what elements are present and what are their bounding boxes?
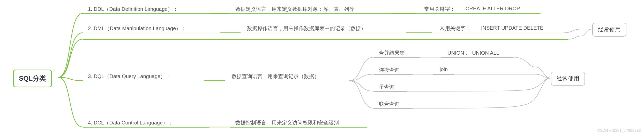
branch-dml-keywords: INSERT UPDATE DELETE xyxy=(481,25,543,31)
branch-ddl-underline xyxy=(83,13,209,14)
dql-child-sub-label: 子查询 xyxy=(379,83,394,90)
branch-ddl-keywords: CREATE ALTER DROP xyxy=(466,6,520,12)
dql-badge-text: 经常使用 xyxy=(557,75,579,82)
branch-dcl-label: 4. DCL（Data Control Language）： xyxy=(88,119,173,126)
branch-dql-desc-underline xyxy=(225,81,349,81)
branch-dml-label: 2. DML（Data Manipulation Language）： xyxy=(88,25,186,32)
dql-child-combine-label: 联合查询 xyxy=(379,100,400,107)
connectors xyxy=(0,0,644,134)
dql-child-union-ul xyxy=(374,57,420,58)
branch-ddl-kw-underline xyxy=(416,13,541,14)
dml-badge[interactable]: 经常使用 xyxy=(592,23,626,37)
branch-dql-underline xyxy=(83,81,204,81)
dml-badge-text: 经常使用 xyxy=(598,26,621,33)
branch-dcl-desc: 数据控制语言，用来定义访问权限和安全级别 xyxy=(235,119,339,126)
dql-child-union-detail-ul xyxy=(441,57,513,58)
dql-child-union-detail: UNION 、 UNION ALL xyxy=(447,49,499,56)
branch-dql-label: 3. DQL（Data Query Language）： xyxy=(88,73,171,80)
branch-ddl-desc-underline xyxy=(230,13,391,14)
watermark: CSDN @2301_77888392 xyxy=(597,128,641,132)
dql-badge[interactable]: 经常使用 xyxy=(551,72,585,86)
dql-child-combine-ul xyxy=(374,108,413,109)
branch-ddl-keywords-label: 常用关键字： xyxy=(424,6,455,13)
branch-ddl-desc: 数据定义语言，用来定义数据库对象：库、表、列等 xyxy=(235,6,354,13)
branch-dcl-underline xyxy=(83,127,209,128)
root-node[interactable]: SQL分类 xyxy=(13,70,52,87)
dql-child-union-label: 合并结果集 xyxy=(379,49,405,56)
branch-dml-underline xyxy=(83,33,220,33)
branch-dml-desc: 数据操作语言，用来操作数据库表中的记录（数据） xyxy=(247,25,366,32)
root-title: SQL分类 xyxy=(19,74,46,82)
branch-dml-keywords-label: 常用关键字： xyxy=(440,25,471,32)
branch-dml-tail xyxy=(83,39,568,40)
branch-dml-desc-underline xyxy=(241,33,406,33)
branch-ddl-label: 1. DDL（Data Definition Language）： xyxy=(88,6,178,13)
dql-child-join-label: 连接查询 xyxy=(379,66,400,73)
dql-child-join-detail: join xyxy=(440,66,448,72)
branch-dcl-desc-underline xyxy=(230,127,367,128)
dql-child-join-detail-ul xyxy=(433,74,454,75)
dql-child-join-ul xyxy=(374,74,413,75)
branch-dql-desc: 数据查询语言，用来查询记录（数据） xyxy=(231,73,319,80)
dql-child-sub-ul xyxy=(374,91,407,92)
branch-dml-kw-underline xyxy=(432,33,564,33)
